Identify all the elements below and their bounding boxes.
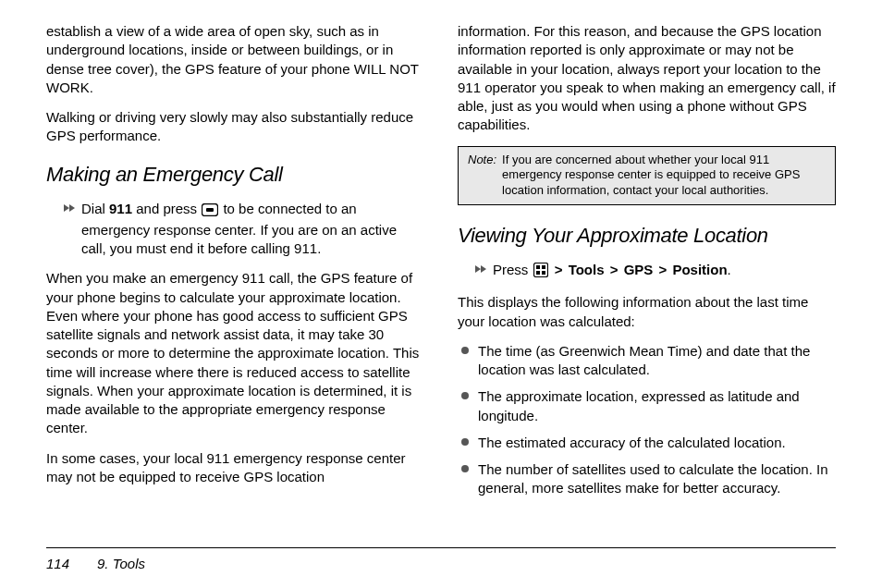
paragraph: In some cases, your local 911 emergency … [46, 449, 424, 487]
breadcrumb-position: Position [672, 262, 727, 277]
svg-rect-2 [533, 263, 547, 277]
note-box: Note: If you are concerned about whether… [458, 146, 836, 206]
svg-rect-1 [206, 208, 214, 212]
step-item: Press > Tools > GPS > Position. [474, 261, 836, 282]
svg-rect-5 [536, 271, 540, 275]
list-item: The approximate location, expressed as l… [461, 387, 836, 425]
text-part: Press [493, 262, 533, 277]
bullet-text: The number of satellites used to calcula… [478, 460, 836, 498]
heading-emergency-call: Making an Emergency Call [46, 163, 424, 187]
paragraph: Walking or driving very slowly may also … [46, 108, 424, 146]
separator: > [658, 262, 667, 277]
bullet-list: The time (as Greenwich Mean Time) and da… [461, 342, 836, 507]
step-text: Press > Tools > GPS > Position. [493, 261, 836, 282]
arrow-icon [63, 202, 81, 214]
step-item: Dial 911 and press to be connected to an… [63, 200, 424, 259]
list-item: The estimated accuracy of the calculated… [461, 434, 836, 452]
right-column: information. For this reason, and becaus… [458, 22, 836, 535]
note-text: If you are concerned about whether your … [502, 153, 826, 200]
heading-view-location: Viewing Your Approximate Location [458, 224, 836, 248]
dial-key-icon [202, 202, 218, 221]
list-item: The number of satellites used to calcula… [461, 460, 836, 498]
text-part: . [728, 262, 731, 277]
bullet-icon [461, 438, 478, 446]
separator: > [555, 262, 563, 277]
text-bold: 911 [109, 201, 132, 216]
text-part: and press [132, 201, 201, 216]
page-number: 114 [46, 556, 69, 571]
svg-rect-4 [542, 265, 545, 269]
paragraph: establish a view of a wide area of open … [46, 22, 424, 97]
menu-key-icon [533, 263, 548, 282]
paragraph: When you make an emergency 911 call, the… [46, 269, 424, 437]
left-column: establish a view of a wide area of open … [46, 22, 424, 535]
note-label: Note: [468, 153, 496, 200]
paragraph: information. For this reason, and becaus… [458, 22, 836, 135]
section-title: 9. Tools [97, 556, 145, 571]
breadcrumb-gps: GPS [624, 262, 654, 277]
bullet-text: The time (as Greenwich Mean Time) and da… [478, 342, 836, 380]
bullet-text: The approximate location, expressed as l… [478, 387, 836, 425]
bullet-icon [461, 347, 478, 354]
footer-content: 1149. Tools [46, 547, 836, 571]
arrow-icon [474, 263, 493, 275]
list-item: The time (as Greenwich Mean Time) and da… [461, 342, 836, 380]
text-part: Dial [81, 201, 109, 216]
breadcrumb-tools: Tools [569, 262, 605, 277]
svg-rect-6 [542, 271, 545, 275]
bullet-text: The estimated accuracy of the calculated… [478, 434, 836, 452]
svg-rect-3 [536, 265, 540, 269]
content-columns: establish a view of a wide area of open … [46, 22, 836, 535]
bullet-icon [461, 392, 478, 399]
separator: > [610, 262, 619, 277]
step-text: Dial 911 and press to be connected to an… [81, 200, 424, 259]
page-footer: 1149. Tools [46, 547, 836, 571]
bullet-icon [461, 465, 478, 472]
paragraph: This displays the following information … [458, 293, 836, 331]
